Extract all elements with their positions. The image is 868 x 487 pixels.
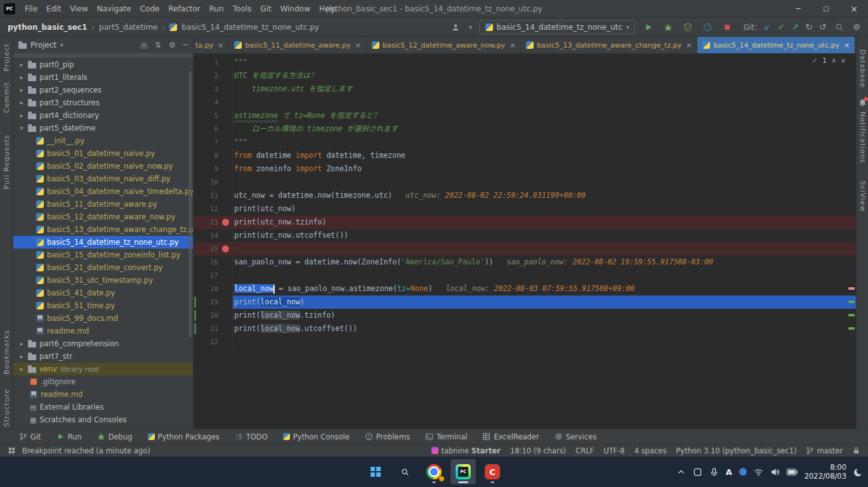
tab-basic5-11-datetime-aware-py[interactable]: basic5_11_datetime_aware.py× <box>229 37 366 53</box>
code-line-2[interactable]: 2UTC を指定する方法は？ <box>194 69 856 82</box>
tree-item-basic5-11-datetime-aware-py[interactable]: basic5_11_datetime_aware.py <box>13 198 193 211</box>
tree-item-readme-md[interactable]: Mreadme.md <box>13 325 193 337</box>
tab-basic5-12-datetime-aware-now-py[interactable]: basic5_12_datetime_aware_now.py× <box>367 37 522 53</box>
code-line-19[interactable]: 19print(local_now) <box>194 295 856 309</box>
gutter-icon-area[interactable] <box>218 162 232 176</box>
gutter-icon-area[interactable] <box>218 322 232 335</box>
breadcrumb-item-part5-datetime[interactable]: part5_datetime <box>99 23 157 32</box>
code-line-7[interactable]: 7""" <box>194 136 856 149</box>
code-line-16[interactable]: 16sao_paolo_now = datetime.now(ZoneInfo(… <box>194 256 856 269</box>
panel-settings-icon[interactable]: ⚙ <box>169 41 176 49</box>
breadcrumb-item-basic5-14-datetime-tz-none-utc-py[interactable]: basic5_14_datetime_tz_none_utc.py <box>181 23 319 32</box>
git-rollback-button[interactable]: ↺ <box>819 23 826 31</box>
hide-panel-icon[interactable]: ─ <box>183 41 188 49</box>
code-line-13[interactable]: 13print(utc_now.tzinfo) <box>194 216 856 229</box>
code-line-4[interactable]: 4 <box>194 96 856 109</box>
stop-button[interactable] <box>721 21 733 34</box>
toolwindow-problems[interactable]: Problems <box>365 432 410 441</box>
tray-app-icon[interactable] <box>693 467 702 477</box>
code-line-5[interactable]: 5astimezone で tz=None を指定すると？ <box>194 109 856 122</box>
collapse-all-icon[interactable]: ⇅ <box>155 41 161 49</box>
tree-item-partial[interactable] <box>13 53 193 58</box>
gutter-icon-area[interactable] <box>218 309 232 322</box>
gutter-icon-area[interactable] <box>218 176 232 189</box>
tree-item-basic5-99-docs-md[interactable]: Mbasic5_99_docs.md <box>13 312 193 325</box>
line-gutter[interactable]: 4 <box>194 96 233 109</box>
menu-run[interactable]: Run <box>205 3 228 15</box>
close-tab-icon[interactable]: × <box>218 41 223 49</box>
gutter-icon-area[interactable] <box>218 69 232 82</box>
line-gutter[interactable]: 7 <box>194 136 233 149</box>
line-gutter[interactable]: 17 <box>194 269 233 282</box>
start-button[interactable] <box>363 459 388 484</box>
gutter-icon-area[interactable] <box>218 56 232 69</box>
tray-expand-icon[interactable] <box>676 467 686 477</box>
project-tool-title[interactable]: Project <box>30 41 56 49</box>
breadcrumb-item-python-basic-sec1[interactable]: python_basic_sec1 <box>8 23 87 32</box>
line-gutter[interactable]: 12 <box>194 202 233 216</box>
editor-pane[interactable]: 1"""2UTC を指定する方法は？3 timezone.utc を指定します4… <box>194 54 856 429</box>
inspections-widget[interactable]: ✓ 1 ∧ ∨ <box>812 56 846 65</box>
run-config-select[interactable]: basic5_14_datetime_tz_none_utc ▾ <box>479 20 636 34</box>
coverage-button[interactable] <box>681 21 694 34</box>
menu-file[interactable]: File <box>20 3 42 15</box>
gutter-icon-area[interactable] <box>218 202 232 216</box>
tree-item-readme-md[interactable]: Mreadme.md <box>13 388 193 401</box>
toolwindow-excelreader[interactable]: ExcelReader <box>482 432 539 441</box>
debug-button[interactable] <box>662 21 674 34</box>
gutter-icon-area[interactable] <box>218 242 232 256</box>
code-line-1[interactable]: 1""" <box>194 56 856 69</box>
line-gutter[interactable]: 10 <box>194 176 233 189</box>
stripe-left-project[interactable]: Project <box>3 43 11 72</box>
menu-refactor[interactable]: Refactor <box>164 3 204 15</box>
toolwindow-run[interactable]: Run <box>56 432 82 441</box>
tabnine-status[interactable]: tabnine Starter <box>431 446 501 455</box>
menu-git[interactable]: Git <box>256 3 275 15</box>
line-gutter[interactable]: 22 <box>194 335 233 349</box>
stripe-left-pull-requests[interactable]: Pull Requests <box>3 134 11 189</box>
tray-blue-icon[interactable] <box>739 468 747 476</box>
code-line-8[interactable]: 8from datetime import datetime, timezone <box>194 149 856 162</box>
locate-file-icon[interactable]: ◎ <box>140 41 147 49</box>
volume-icon[interactable] <box>770 467 780 477</box>
tree-item-venv[interactable]: ▸venvlibrary root <box>13 363 193 375</box>
lock-icon[interactable] <box>852 446 860 455</box>
toolwindow-todo[interactable]: TODO <box>235 432 268 441</box>
battery-icon[interactable] <box>787 469 798 476</box>
project-view-dropdown-icon[interactable]: ▾ <box>60 42 63 48</box>
error-stripe-mark[interactable] <box>848 314 855 316</box>
tree-item-external-libraries[interactable]: ▤External Libraries <box>13 401 193 413</box>
toolwindow-git[interactable]: Git <box>19 432 41 441</box>
tree-item-part5-datetime[interactable]: ▾part5_datetime <box>13 122 193 134</box>
project-scrollbar[interactable] <box>188 71 192 337</box>
line-gutter[interactable]: 1 <box>194 56 233 69</box>
tree-item-basic5-41-date-py[interactable]: basic5_41_date.py <box>13 287 193 299</box>
gutter-icon-area[interactable] <box>218 109 232 122</box>
tree-item-basic5-12-datetime-aware-now-py[interactable]: basic5_12_datetime_aware_now.py <box>13 211 193 223</box>
tree-item-part3-structures[interactable]: ▸part3_structures <box>13 96 193 109</box>
file-encoding[interactable]: UTF-8 <box>603 446 625 455</box>
line-gutter[interactable]: 9 <box>194 162 233 176</box>
line-gutter[interactable]: 11 <box>194 189 233 202</box>
git-history-button[interactable]: ↻ <box>806 23 813 31</box>
close-button[interactable]: × <box>840 0 868 17</box>
close-tab-icon[interactable]: × <box>686 41 692 49</box>
tree-item-basic5-04-datetime-naive-timedelta-py[interactable]: basic5_04_datetime_naive_timedelta.py <box>13 185 193 198</box>
code-line-9[interactable]: 9from zoneinfo import ZoneInfo <box>194 162 856 176</box>
line-gutter[interactable]: 18 <box>194 282 233 295</box>
gutter-icon-area[interactable] <box>218 149 232 162</box>
git-update-button[interactable]: ↙ <box>764 23 771 31</box>
gutter-icon-area[interactable] <box>218 189 232 202</box>
gutter-icon-area[interactable] <box>218 229 232 242</box>
stripe-right-database[interactable]: Database <box>858 49 867 88</box>
taskbar-pycharm-button[interactable]: PC <box>450 459 476 484</box>
search-everywhere-button[interactable] <box>833 21 846 34</box>
error-stripe-mark[interactable] <box>848 301 855 303</box>
gutter-icon-area[interactable] <box>218 96 232 109</box>
line-gutter[interactable]: 21 <box>194 322 233 335</box>
tab-ta-py[interactable]: ta.py× <box>194 37 229 53</box>
run-button[interactable] <box>642 21 655 34</box>
git-push-button[interactable]: ↗ <box>792 23 799 31</box>
tab-basic5-14-datetime-tz-none-utc-py[interactable]: basic5_14_datetime_tz_none_utc.py× <box>697 37 855 53</box>
line-gutter[interactable]: 20 <box>194 309 233 322</box>
